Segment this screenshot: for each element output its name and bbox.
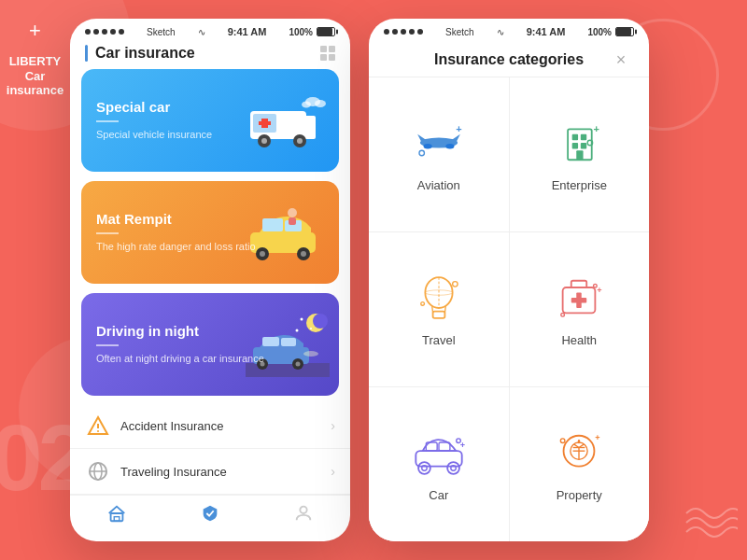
categories-grid: + Aviation (369, 77, 649, 541)
battery-area-2: 100% (587, 27, 634, 37)
card-night-driving[interactable]: Driving in night Often at night driving … (81, 293, 339, 396)
header-bar (85, 45, 88, 62)
card-title-1: Special car (96, 99, 324, 115)
phone-header-1: Car insurance (70, 41, 350, 69)
svg-text:+: + (594, 123, 599, 134)
card-subtitle-1: Special vehicle insurance (96, 128, 324, 142)
svg-point-23 (301, 318, 303, 321)
svg-point-64 (421, 302, 425, 306)
aviation-icon: + (409, 117, 469, 169)
category-health[interactable]: + Health (510, 232, 650, 386)
category-travel[interactable]: Travel (369, 232, 509, 386)
svg-rect-52 (572, 143, 578, 148)
phone-1: Sketch ∿ 9:41 AM 100% Car insurance (70, 19, 350, 541)
svg-rect-67 (571, 298, 586, 302)
phone-2: Sketch ∿ 9:41 AM 100% Insurance categori… (369, 19, 649, 541)
category-property[interactable]: + Property (510, 387, 650, 541)
svg-rect-42 (114, 517, 120, 522)
nav-profile[interactable] (293, 503, 314, 524)
card-text-2: Mat Rempit The high rate danger and loss… (96, 211, 324, 254)
bg-waves (682, 495, 738, 541)
card-subtitle-3: Often at night driving a car insurance (96, 352, 324, 366)
svg-point-69 (561, 313, 565, 316)
card-subtitle-2: The high rate danger and loss ratio (96, 240, 324, 254)
status-bar-1: Sketch ∿ 9:41 AM 100% (70, 19, 350, 41)
modal-title: Insurance categories (406, 51, 612, 68)
network-label-1: Sketch (147, 27, 176, 37)
card-title-2: Mat Rempit (96, 211, 324, 227)
phones-container: Sketch ∿ 9:41 AM 100% Car insurance (70, 19, 649, 541)
svg-point-37 (97, 430, 99, 432)
traveling-arrow: › (331, 464, 335, 479)
svg-point-45 (423, 144, 431, 148)
svg-rect-50 (572, 134, 578, 140)
svg-rect-51 (581, 134, 586, 140)
svg-point-46 (445, 144, 454, 148)
close-button[interactable]: × (612, 50, 630, 69)
battery-area-1: 100% (289, 27, 335, 37)
signal-dots-2 (384, 29, 423, 35)
car-icon: + (409, 427, 469, 479)
property-label: Property (557, 488, 602, 502)
sidebar: + LIBERTY Car insurance 02 (0, 0, 70, 560)
health-icon: + (549, 272, 609, 324)
status-time-1: 9:41 AM (228, 26, 267, 37)
accident-label: Accident Insurance (120, 419, 331, 433)
svg-point-48 (419, 150, 424, 155)
traveling-icon (85, 458, 111, 484)
list-item-traveling[interactable]: Traveling Insurance › (70, 449, 350, 495)
property-icon: + (549, 427, 609, 479)
car-label: Car (429, 488, 448, 502)
status-bar-2: Sketch ∿ 9:41 AM 100% (369, 19, 649, 41)
list-item-accident[interactable]: Accident Insurance › (70, 403, 350, 449)
wifi-icon-1: ∿ (198, 27, 205, 37)
nav-shield[interactable] (200, 503, 220, 524)
grid-icon[interactable] (320, 46, 335, 61)
status-time-2: 9:41 AM (527, 26, 566, 37)
svg-point-76 (447, 462, 459, 474)
svg-rect-71 (416, 451, 461, 466)
svg-rect-53 (581, 143, 586, 148)
card-text-3: Driving in night Often at night driving … (96, 323, 324, 366)
cards-area: Special car Special vehicle insurance (70, 69, 350, 396)
svg-text:+: + (460, 441, 465, 450)
aviation-label: Aviation (417, 178, 460, 192)
category-enterprise[interactable]: + Enterprise (510, 77, 650, 231)
list-area: Accident Insurance › Traveling Insurance… (70, 396, 350, 495)
nav-home[interactable] (106, 503, 127, 524)
wifi-icon-2: ∿ (497, 27, 504, 37)
network-label-2: Sketch (445, 27, 474, 37)
enterprise-icon: + (549, 117, 609, 169)
card-special-car[interactable]: Special car Special vehicle insurance (81, 69, 339, 172)
card-mat-rempit[interactable]: Mat Rempit The high rate danger and loss… (81, 181, 339, 284)
category-aviation[interactable]: + Aviation (369, 77, 509, 231)
svg-point-74 (418, 462, 430, 474)
sidebar-title: LIBERTY Car insurance (7, 54, 63, 98)
phone-title-1: Car insurance (85, 45, 195, 62)
card-divider-3 (96, 344, 119, 346)
svg-point-43 (300, 507, 306, 513)
accident-arrow: › (331, 418, 335, 433)
traveling-label: Traveling Insurance (120, 465, 331, 479)
svg-text:+: + (597, 286, 601, 295)
sidebar-plus: + (29, 19, 41, 43)
travel-icon (409, 272, 469, 324)
svg-text:+: + (596, 433, 600, 442)
svg-rect-62 (432, 312, 444, 318)
card-divider-1 (96, 120, 119, 122)
accident-icon (85, 413, 111, 439)
card-divider-2 (96, 232, 119, 234)
card-text-1: Special car Special vehicle insurance (96, 99, 324, 142)
health-label: Health (561, 333, 597, 347)
svg-rect-54 (577, 150, 584, 160)
modal-header: Insurance categories × (369, 41, 649, 77)
svg-text:+: + (456, 123, 461, 134)
category-car[interactable]: + Car (369, 387, 509, 541)
svg-point-87 (561, 439, 566, 443)
bottom-nav (70, 495, 350, 535)
travel-label: Travel (422, 333, 456, 347)
card-title-3: Driving in night (96, 323, 324, 339)
signal-dots (85, 29, 124, 35)
svg-point-63 (452, 282, 457, 287)
enterprise-label: Enterprise (552, 178, 607, 192)
